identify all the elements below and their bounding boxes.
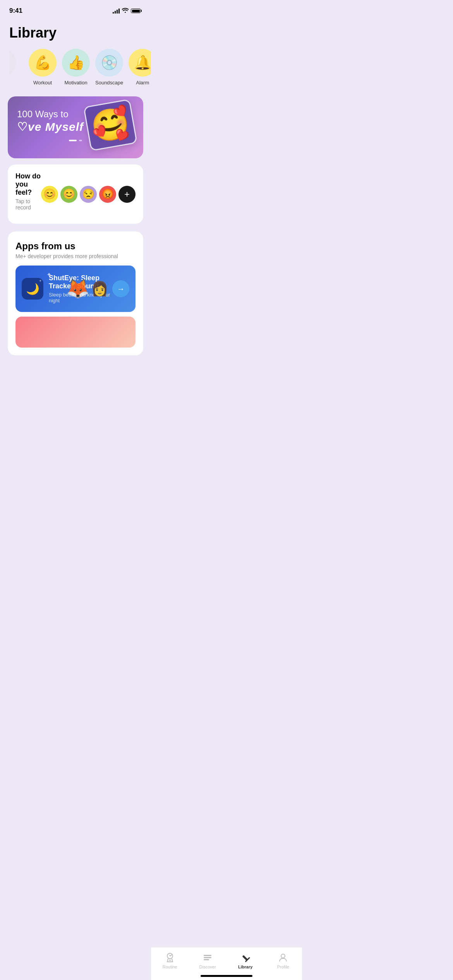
banner-dot-2: [79, 140, 82, 141]
page-title: Library: [0, 19, 151, 46]
shuteye-app-title: ShutEye: Sleep Tracker, Sound: [49, 274, 112, 290]
banner-text-top: 100 Ways to: [17, 109, 94, 120]
category-label-alarm: Alarm: [136, 80, 149, 86]
feel-subtitle: Tap to record: [15, 198, 41, 211]
banner-emoji: 🥰: [83, 99, 137, 151]
star-decoration: ✦: [46, 271, 51, 278]
category-label-workout: Workout: [33, 80, 52, 86]
workout-icon: 💪: [29, 49, 57, 77]
alarm-icon: 🔔: [129, 49, 151, 77]
signal-icon: [113, 8, 120, 14]
banner-dot-1: [69, 140, 77, 141]
status-icons: [113, 8, 142, 14]
main-content: Library 🧘 💪 Workout 👍 Motivation 💿 Sound…: [0, 19, 151, 402]
shuteye-app-banner[interactable]: 🦊👩 ✦ ✦ 🌙 ShutEye: Sleep Tracker, Sound S…: [15, 266, 136, 312]
feel-emoji-sad[interactable]: 😡: [99, 186, 116, 203]
feel-title: How do you feel?: [15, 172, 41, 197]
heart-icon: ♡: [17, 120, 28, 133]
apps-title: Apps from us: [15, 241, 136, 252]
feel-text: How do you feel? Tap to record: [15, 172, 41, 216]
status-time: 9:41: [9, 7, 22, 15]
shuteye-arrow-button[interactable]: →: [112, 280, 129, 297]
wifi-icon: [122, 8, 129, 14]
second-app-banner[interactable]: [15, 317, 136, 348]
banner-text-bottom: ♡ve Myself: [17, 120, 94, 134]
battery-icon: [131, 9, 142, 13]
category-item-soundscape[interactable]: 💿 Soundscape: [95, 49, 123, 86]
feel-emoji-meh[interactable]: 😒: [80, 186, 97, 203]
category-label-soundscape: Soundscape: [95, 80, 123, 86]
soundscape-icon: 💿: [95, 49, 123, 77]
apps-subtitle: Me+ developer provides more professional: [15, 253, 136, 259]
category-item-meditate[interactable]: 🧘: [9, 49, 23, 86]
categories-scroll[interactable]: 🧘 💪 Workout 👍 Motivation 💿 Soundscape 🔔 …: [0, 46, 151, 90]
star-decoration-2: ✦: [39, 279, 42, 283]
category-item-alarm[interactable]: 🔔 Alarm: [129, 49, 151, 86]
feel-card[interactable]: How do you feel? Tap to record 😊 😊 😒 😡 +: [8, 164, 143, 224]
apps-card: Apps from us Me+ developer provides more…: [8, 231, 143, 355]
feel-emoji-ok[interactable]: 😊: [60, 186, 77, 203]
feel-add-button[interactable]: +: [118, 186, 136, 203]
category-item-motivation[interactable]: 👍 Motivation: [62, 49, 90, 86]
promo-banner[interactable]: 100 Ways to ♡ve Myself 🥰: [8, 96, 143, 158]
category-label-motivation: Motivation: [64, 80, 87, 86]
feel-emojis[interactable]: 😊 😊 😒 😡 +: [41, 186, 136, 203]
status-bar: 9:41: [0, 0, 151, 19]
feel-emoji-happy[interactable]: 😊: [41, 186, 58, 203]
category-item-workout[interactable]: 💪 Workout: [29, 49, 57, 86]
shuteye-app-text: ShutEye: Sleep Tracker, Sound Sleep bett…: [49, 274, 112, 303]
shuteye-app-desc: Sleep better and know your night: [49, 292, 112, 303]
motivation-icon: 👍: [62, 49, 90, 77]
